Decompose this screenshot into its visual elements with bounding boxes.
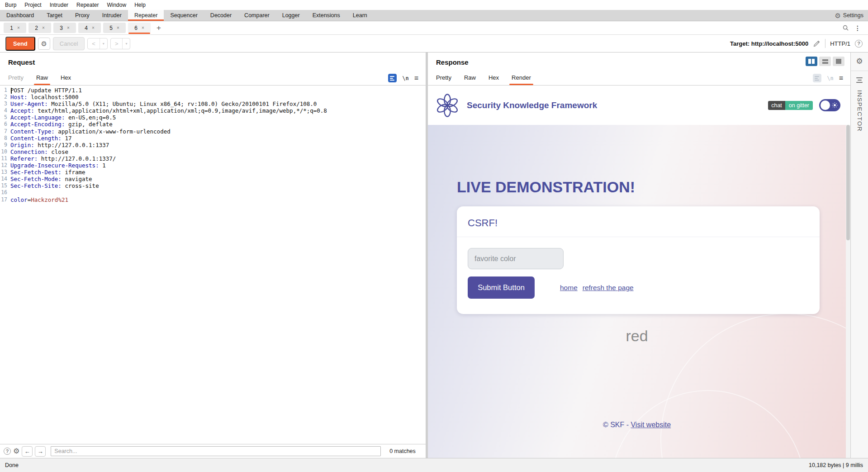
menu-project[interactable]: Project — [20, 2, 45, 8]
menu-burp[interactable]: Burp — [1, 2, 20, 8]
line-number: 9 — [0, 142, 9, 148]
layout-single-button[interactable] — [833, 57, 844, 66]
inspector-tab[interactable]: INSPECTOR — [856, 90, 863, 132]
newline-toggle-icon[interactable]: \n — [402, 75, 408, 81]
csrf-card: CSRF! Submit Button homerefresh the page — [457, 206, 820, 314]
repeater-tab-5[interactable]: 5× — [103, 23, 126, 33]
tab-intruder[interactable]: Intruder — [96, 10, 128, 21]
line-number: 12 — [0, 162, 9, 169]
edit-pencil-icon[interactable] — [813, 40, 821, 48]
layout-rows-button[interactable] — [819, 57, 831, 66]
repeater-tab-1[interactable]: 1× — [4, 23, 26, 33]
inspector-gear-icon[interactable]: ⚙ — [856, 57, 863, 65]
kebab-menu-icon[interactable]: ⋮ — [854, 24, 861, 32]
tab-proxy[interactable]: Proxy — [69, 10, 96, 21]
visit-website-link[interactable]: Visit website — [631, 421, 671, 429]
scrollbar-thumb[interactable] — [846, 125, 850, 240]
tab-extensions[interactable]: Extensions — [306, 10, 346, 21]
request-tab-pretty[interactable]: Pretty — [8, 74, 24, 85]
link-refresh-the-page[interactable]: refresh the page — [583, 284, 634, 292]
form-row: Submit Button homerefresh the page — [468, 277, 809, 299]
card-title: CSRF! — [457, 206, 820, 237]
favorite-color-input[interactable] — [468, 248, 564, 269]
search-input[interactable] — [51, 446, 381, 456]
repeater-tab-label: 2 — [35, 25, 38, 31]
dark-mode-toggle[interactable] — [819, 99, 840, 111]
prev-match-button[interactable]: ← — [22, 446, 33, 457]
card-body: Submit Button homerefresh the page — [457, 237, 820, 310]
editor-menu-icon[interactable]: ≡ — [839, 75, 843, 82]
main-tab-strip: DashboardTargetProxyIntruderRepeaterSequ… — [0, 10, 374, 21]
repeater-tab-label: 5 — [109, 25, 113, 31]
tab-comparer[interactable]: Comparer — [238, 10, 276, 21]
tab-learn[interactable]: Learn — [346, 10, 374, 21]
line-number: 6 — [0, 121, 9, 128]
send-settings-button[interactable]: ⚙ — [38, 38, 50, 50]
menu-intruder[interactable]: Intruder — [46, 2, 72, 8]
tab-target[interactable]: Target — [40, 10, 69, 21]
gitter-chat-badge[interactable]: chat on gitter — [768, 101, 813, 110]
add-tab-button[interactable]: + — [153, 24, 165, 33]
response-tab-render[interactable]: Render — [512, 74, 531, 85]
repeater-tab-label: 4 — [85, 25, 88, 31]
next-match-button[interactable]: → — [35, 446, 46, 457]
close-tab-icon[interactable]: × — [67, 25, 70, 30]
repeater-tab-strip: 1×2×3×4×5×6× — [4, 23, 151, 33]
line-number: 14 — [0, 176, 9, 182]
request-tab-strip: PrettyRawHex — [8, 74, 71, 85]
search-icon[interactable] — [842, 24, 849, 31]
send-button[interactable]: Send — [5, 37, 35, 51]
close-tab-icon[interactable]: × — [117, 25, 119, 30]
request-tab-raw[interactable]: Raw — [36, 74, 48, 85]
response-tab-raw[interactable]: Raw — [464, 74, 476, 85]
request-tab-hex[interactable]: Hex — [61, 74, 71, 85]
request-editor[interactable]: 1POST /update HTTP/1.12Host: localhost:5… — [0, 85, 426, 444]
render-view: Security Knowledge Framework chat on git… — [428, 85, 850, 458]
tab-dashboard[interactable]: Dashboard — [0, 10, 40, 21]
tab-repeater[interactable]: Repeater — [128, 10, 164, 21]
request-line: 7Content-Type: application/x-www-form-ur… — [0, 128, 426, 135]
forward-button[interactable]: > ▾ — [110, 38, 131, 49]
link-home[interactable]: home — [560, 284, 578, 292]
repeater-tab-6[interactable]: 6× — [128, 23, 151, 33]
close-tab-icon[interactable]: × — [17, 25, 20, 30]
menu-repeater[interactable]: Repeater — [72, 2, 103, 8]
cancel-button[interactable]: Cancel — [53, 37, 85, 50]
help-icon[interactable]: ? — [855, 40, 863, 48]
submit-button[interactable]: Submit Button — [468, 277, 535, 299]
settings-button[interactable]: ⚙ Settings — [835, 10, 868, 21]
divider — [851, 71, 868, 71]
search-help-icon[interactable]: ? — [4, 448, 11, 455]
demo-page-body: LIVE DEMONSTRATION! CSRF! Submit Button … — [428, 125, 846, 458]
editor-menu-icon[interactable]: ≡ — [414, 75, 418, 82]
repeater-tab-2[interactable]: 2× — [28, 23, 51, 33]
search-settings-gear-icon[interactable]: ⚙ — [13, 448, 19, 455]
request-search-bar: ? ⚙ ← → 0 matches — [0, 444, 426, 458]
repeater-tab-4[interactable]: 4× — [78, 23, 101, 33]
main-split: Request PrettyRawHex \n ≡ 1POST /update … — [0, 52, 868, 458]
repeater-bar-actions: ⋮ — [842, 24, 864, 32]
tab-logger[interactable]: Logger — [276, 10, 306, 21]
tab-decoder[interactable]: Decoder — [204, 10, 238, 21]
request-line: 3User-Agent: Mozilla/5.0 (X11; Ubuntu; L… — [0, 100, 426, 107]
layout-columns-button[interactable] — [806, 57, 817, 66]
menu-help[interactable]: Help — [130, 2, 150, 8]
response-tab-hex[interactable]: Hex — [489, 74, 499, 85]
render-scrollbar[interactable] — [846, 125, 850, 458]
close-tab-icon[interactable]: × — [142, 25, 144, 30]
response-tab-pretty[interactable]: Pretty — [436, 74, 451, 85]
close-tab-icon[interactable]: × — [92, 25, 95, 30]
chevron-down-icon[interactable]: ▾ — [100, 38, 107, 49]
tab-sequencer[interactable]: Sequencer — [164, 10, 204, 21]
menu-window[interactable]: Window — [103, 2, 130, 8]
back-button[interactable]: < ▾ — [87, 38, 108, 49]
inspector-strip: ⚙ INSPECTOR — [850, 52, 868, 458]
line-number: 13 — [0, 169, 9, 176]
close-tab-icon[interactable]: × — [42, 25, 45, 30]
pretty-print-icon[interactable] — [388, 74, 397, 82]
request-line: 17color=Hackzord%21 — [0, 196, 426, 203]
collapse-panel-icon[interactable] — [856, 77, 863, 83]
chevron-down-icon[interactable]: ▾ — [122, 38, 130, 49]
line-number: 1 — [0, 87, 9, 94]
repeater-tab-3[interactable]: 3× — [53, 23, 76, 33]
